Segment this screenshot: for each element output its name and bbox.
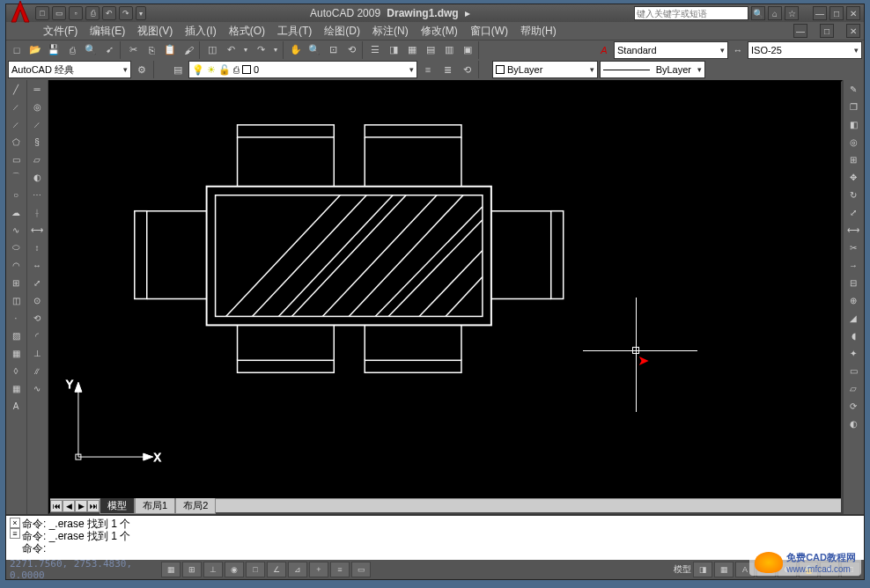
erase-icon[interactable]: ✎ bbox=[844, 80, 863, 98]
paste-icon[interactable]: 📋 bbox=[161, 41, 179, 59]
redo-icon[interactable]: ↷ bbox=[119, 6, 133, 20]
undo-dd-icon[interactable]: ▾ bbox=[240, 41, 251, 59]
mod17-icon[interactable]: ▭ bbox=[844, 362, 863, 379]
dim2-icon[interactable]: ↕ bbox=[27, 239, 47, 256]
drawing-canvas[interactable]: Y X ➤ bbox=[50, 82, 841, 498]
dyn-icon[interactable]: + bbox=[309, 562, 328, 577]
menu-view[interactable]: 视图(V) bbox=[137, 24, 173, 39]
boundary-icon[interactable]: ▱ bbox=[27, 151, 47, 168]
app-logo[interactable] bbox=[10, 1, 31, 26]
extend-icon[interactable]: → bbox=[844, 256, 863, 274]
point-icon[interactable]: · bbox=[6, 309, 26, 327]
layer-combo[interactable]: 💡 ☀ 🔓 ⎙ 0 ▾ bbox=[188, 61, 417, 78]
cut-icon[interactable]: ✂ bbox=[124, 41, 142, 59]
ortho-icon[interactable]: ⊥ bbox=[203, 562, 223, 577]
tab-next-icon[interactable]: ▶ bbox=[75, 500, 87, 512]
dim9-icon[interactable]: ⫽ bbox=[27, 362, 47, 379]
join-icon[interactable]: ⊕ bbox=[844, 291, 863, 309]
dim10-icon[interactable]: ∿ bbox=[27, 379, 47, 397]
search-input[interactable] bbox=[634, 6, 748, 20]
calc-icon[interactable]: ▣ bbox=[459, 41, 476, 59]
cmd-close-icon[interactable]: × bbox=[10, 518, 20, 528]
menu-modify[interactable]: 修改(M) bbox=[421, 24, 458, 39]
workspace-combo[interactable]: AutoCAD 经典▾ bbox=[8, 61, 131, 78]
publish-icon[interactable]: ➹ bbox=[100, 41, 118, 59]
match-icon[interactable]: 🖌 bbox=[180, 41, 197, 59]
hatch-icon[interactable]: ▨ bbox=[6, 327, 26, 344]
new-icon[interactable]: □ bbox=[35, 6, 49, 20]
table-icon[interactable]: ▦ bbox=[6, 379, 26, 397]
copy-icon[interactable]: ⎘ bbox=[143, 41, 160, 59]
zoom-win-icon[interactable]: ⊡ bbox=[324, 41, 342, 59]
textstyle-icon[interactable]: A bbox=[595, 41, 613, 59]
layer-prev-icon[interactable]: ⟲ bbox=[458, 61, 476, 78]
arc-icon[interactable]: ⌒ bbox=[6, 168, 26, 186]
qat-dropdown-icon[interactable]: ▾ bbox=[136, 6, 146, 20]
open2-icon[interactable]: 📂 bbox=[26, 41, 44, 59]
circle-icon[interactable]: ○ bbox=[6, 186, 26, 203]
dim4-icon[interactable]: ⤢ bbox=[27, 274, 47, 291]
tab-model[interactable]: 模型 bbox=[100, 497, 135, 514]
pline-icon[interactable]: ⟋ bbox=[6, 115, 26, 133]
osnap-icon[interactable]: □ bbox=[246, 562, 265, 577]
menu-help[interactable]: 帮助(H) bbox=[520, 24, 557, 39]
markup-icon[interactable]: ▥ bbox=[440, 41, 458, 59]
favorites-icon[interactable]: ☆ bbox=[785, 6, 799, 20]
menu-insert[interactable]: 插入(I) bbox=[185, 24, 216, 39]
wipeout-icon[interactable]: ◐ bbox=[27, 168, 47, 186]
properties-icon[interactable]: ☰ bbox=[366, 41, 384, 59]
scale-icon[interactable]: ⤢ bbox=[844, 203, 863, 221]
region-icon[interactable]: ◊ bbox=[6, 362, 26, 379]
linetype-combo[interactable]: ByLayer ▾ bbox=[600, 61, 705, 78]
snap-icon[interactable]: ▦ bbox=[161, 562, 181, 577]
ellipsearc-icon[interactable]: ◠ bbox=[6, 256, 26, 274]
redo-dd-icon[interactable]: ▾ bbox=[270, 41, 281, 59]
textstyle-combo[interactable]: Standard▾ bbox=[614, 41, 728, 59]
dimstyle-icon[interactable]: ↔ bbox=[729, 41, 747, 59]
mod18-icon[interactable]: ▱ bbox=[844, 379, 863, 397]
mline-icon[interactable]: ═ bbox=[27, 80, 47, 98]
print-icon[interactable]: ⎙ bbox=[85, 6, 100, 20]
cmd-handle-icon[interactable]: ≡ bbox=[10, 528, 20, 539]
gradient-icon[interactable]: ▦ bbox=[6, 344, 26, 362]
menu-edit[interactable]: 编辑(E) bbox=[90, 24, 125, 39]
line-icon[interactable]: ╱ bbox=[6, 80, 26, 98]
doc-maximize-button[interactable]: □ bbox=[820, 24, 834, 38]
dim3-icon[interactable]: ↔ bbox=[27, 256, 47, 274]
move-icon[interactable]: ✥ bbox=[844, 168, 863, 186]
stretch-icon[interactable]: ⟷ bbox=[844, 221, 863, 239]
donut-icon[interactable]: ◎ bbox=[27, 98, 47, 115]
save2-icon[interactable]: 💾 bbox=[45, 41, 63, 59]
tab-layout1[interactable]: 布局1 bbox=[135, 497, 175, 514]
undo-icon[interactable]: ↶ bbox=[102, 6, 116, 20]
maximize-button[interactable]: □ bbox=[829, 6, 844, 20]
dim1-icon[interactable]: ⟷ bbox=[27, 221, 47, 239]
zoom-prev-icon[interactable]: ⟲ bbox=[343, 41, 360, 59]
tab-prev-icon[interactable]: ◀ bbox=[63, 500, 75, 512]
block-icon[interactable]: ◫ bbox=[203, 41, 221, 59]
qview-icon[interactable]: ◨ bbox=[693, 562, 712, 577]
tab-first-icon[interactable]: ⏮ bbox=[50, 500, 63, 512]
grid-icon[interactable]: ⊞ bbox=[182, 562, 202, 577]
3dpoly-icon[interactable]: ⟋ bbox=[27, 115, 47, 133]
measure-icon[interactable]: ⟊ bbox=[27, 203, 47, 221]
pan-icon[interactable]: ✋ bbox=[287, 41, 305, 59]
mirror-icon[interactable]: ◧ bbox=[844, 115, 863, 133]
fillet-icon[interactable]: ◖ bbox=[844, 327, 863, 344]
helix-icon[interactable]: § bbox=[27, 133, 47, 151]
menu-draw[interactable]: 绘图(D) bbox=[324, 24, 360, 39]
dim5-icon[interactable]: ⊙ bbox=[27, 291, 47, 309]
dim6-icon[interactable]: ⟲ bbox=[27, 309, 47, 327]
divide-icon[interactable]: ⋯ bbox=[27, 186, 47, 203]
layer-iso-icon[interactable]: ≣ bbox=[439, 61, 456, 78]
spline-icon[interactable]: ∿ bbox=[6, 221, 26, 239]
menu-dimension[interactable]: 标注(N) bbox=[372, 24, 409, 39]
insert-icon[interactable]: ⊞ bbox=[6, 274, 26, 291]
dc-icon[interactable]: ◨ bbox=[385, 41, 402, 59]
modelspace-label[interactable]: 模型 bbox=[674, 563, 691, 576]
mod20-icon[interactable]: ◐ bbox=[844, 415, 863, 432]
doc-close-button[interactable]: ✕ bbox=[846, 24, 860, 38]
xline-icon[interactable]: ⟋ bbox=[6, 98, 26, 115]
rotate-icon[interactable]: ↻ bbox=[844, 186, 863, 203]
polygon-icon[interactable]: ⬠ bbox=[6, 133, 26, 151]
